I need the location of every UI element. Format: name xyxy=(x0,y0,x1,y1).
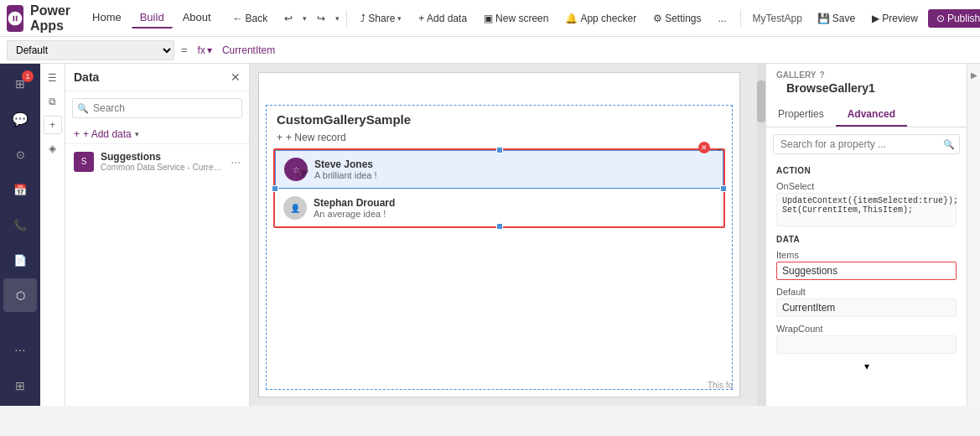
back-icon: ← xyxy=(233,13,243,24)
add-data-button-panel[interactable]: + + Add data ▾ xyxy=(65,125,249,143)
gallery-item-1[interactable]: ☆ Steve Jones A brilliant idea ! ☞ xyxy=(275,150,723,189)
insert-icon[interactable]: + xyxy=(44,116,62,134)
top-nav-right: ← Back ↩ ▾ ↪ ▾ ⤴ Share ▾ + Add data ▣ Ne… xyxy=(226,9,980,28)
app-checker-button[interactable]: 🔔 App checker xyxy=(558,10,643,27)
sidebar-item-apps[interactable]: ⊞ xyxy=(3,369,37,402)
item-info-2: Stephan Drouard An average idea ! xyxy=(314,197,395,219)
data-item-more-button[interactable]: ··· xyxy=(231,155,241,169)
chevron-down-icon: ▾ xyxy=(864,361,869,372)
canvas-scrollbar[interactable] xyxy=(757,64,765,406)
calls-icon: 📞 xyxy=(13,219,27,231)
share-icon: ⤴ xyxy=(360,13,366,24)
tab-properties[interactable]: Properties xyxy=(766,103,836,127)
panel-expand-arrow[interactable]: ▾ xyxy=(766,357,967,376)
layers-icon[interactable]: ⧉ xyxy=(44,92,62,111)
prop-wrapcount-value[interactable] xyxy=(776,335,957,354)
prop-onselect-label: OnSelect xyxy=(776,181,957,191)
add-data-button[interactable]: + Add data xyxy=(412,10,474,27)
main-layout: ⊞ 1 💬 ⊙ 📅 📞 📄 ⬡ ··· ⊞ ☰ ⧉ + xyxy=(0,64,980,406)
resize-handle-right[interactable] xyxy=(720,185,727,192)
section-data: DATA xyxy=(766,230,967,247)
prop-onselect-value[interactable]: UpdateContext({itemSelected:true}); Set(… xyxy=(776,193,957,226)
fx-text: fx xyxy=(198,44,205,56)
power-apps-sidebar-icon: ⬡ xyxy=(16,289,25,302)
redo-button[interactable]: ↪ xyxy=(310,10,332,27)
add-data-chevron[interactable]: ▾ xyxy=(135,130,139,138)
sidebar-item-activity[interactable]: ⊞ 1 xyxy=(3,67,37,101)
sidebar-item-teams[interactable]: ⊙ xyxy=(3,138,37,171)
data-item-suggestions[interactable]: S Suggestions Common Data Service - Curr… xyxy=(65,143,249,179)
sidebar-item-more[interactable]: ··· xyxy=(3,334,37,367)
save-button[interactable]: 💾 Save xyxy=(811,10,862,27)
back-button[interactable]: ← Back xyxy=(226,10,275,27)
data-item-sub: Common Data Service - Current enviro... xyxy=(101,163,224,172)
data-panel-close-button[interactable]: ✕ xyxy=(231,70,241,84)
fx-label[interactable]: fx ▾ xyxy=(194,44,215,56)
canvas-footer: This fo xyxy=(708,381,733,390)
share-button[interactable]: ⤴ Share ▾ xyxy=(354,10,408,27)
nav-build[interactable]: Build xyxy=(132,8,173,29)
resize-handle-left[interactable] xyxy=(272,185,278,192)
formula-bar: Default = fx ▾ xyxy=(0,37,980,64)
undo-chevron[interactable]: ▾ xyxy=(303,14,307,23)
panel-search-input[interactable] xyxy=(773,134,960,154)
prop-default-value[interactable]: CurrentItem xyxy=(776,298,957,317)
components-icon[interactable]: ◈ xyxy=(44,139,62,158)
publish-button[interactable]: ⊙ Publish to Teams xyxy=(928,9,980,28)
files-icon: 📄 xyxy=(13,254,27,267)
teams-icon: ⊙ xyxy=(936,13,945,24)
nav-home[interactable]: Home xyxy=(84,8,130,29)
item-name-1: Steve Jones xyxy=(314,158,377,170)
right-expand-button[interactable]: ▶ xyxy=(967,64,980,406)
app-logo xyxy=(7,5,23,32)
new-record-plus: + xyxy=(277,132,283,143)
close-button[interactable]: ✕ xyxy=(698,142,710,153)
item-name-2: Stephan Drouard xyxy=(314,197,395,209)
sidebar-item-power-apps[interactable]: ⬡ xyxy=(3,278,37,312)
panel-tabs: Properties Advanced xyxy=(766,103,967,127)
avatar-icon-2: 👤 xyxy=(290,204,300,213)
chat-icon: 💬 xyxy=(12,112,29,127)
prop-items-value[interactable]: Suggestions xyxy=(776,262,957,280)
settings-button[interactable]: ⚙ Settings xyxy=(646,10,708,27)
panel-search: 🔍 xyxy=(773,134,960,154)
sidebar-item-chat[interactable]: 💬 xyxy=(3,102,37,136)
sidebar-item-files[interactable]: 📄 xyxy=(3,243,37,277)
nav-about[interactable]: About xyxy=(174,8,220,29)
undo-button[interactable]: ↩ xyxy=(277,10,299,27)
formula-input[interactable] xyxy=(219,43,973,58)
resize-handle-bottom[interactable] xyxy=(496,223,503,230)
secondary-sidebar: ☰ ⧉ + ◈ xyxy=(40,64,65,406)
item-desc-1: A brilliant idea ! xyxy=(314,170,377,180)
new-record-row[interactable]: + + New record xyxy=(267,130,732,145)
gallery-item-2[interactable]: 👤 Stephan Drouard An average idea ! xyxy=(275,189,723,226)
new-screen-button[interactable]: ▣ New screen xyxy=(477,10,555,27)
resize-handle-top[interactable] xyxy=(496,147,503,153)
data-item-icon: S xyxy=(74,152,94,172)
gallery-title: CustomGallerySample xyxy=(267,106,732,130)
formula-property-select[interactable]: Default xyxy=(7,40,174,60)
share-chevron[interactable]: ▾ xyxy=(397,14,402,23)
app-name-label: Power Apps xyxy=(30,3,70,34)
canvas-scrollbar-thumb[interactable] xyxy=(757,80,765,122)
prop-wrapcount-label: WrapCount xyxy=(776,324,957,334)
panel-search-icon: 🔍 xyxy=(943,139,955,150)
sidebar-item-calendar[interactable]: 📅 xyxy=(3,173,37,206)
right-panel-header: GALLERY ? BrowseGallery1 xyxy=(766,64,967,103)
settings-icon: ⚙ xyxy=(653,13,662,24)
left-sidebar: ⊞ 1 💬 ⊙ 📅 📞 📄 ⬡ ··· ⊞ xyxy=(0,64,40,406)
data-search-input[interactable] xyxy=(72,98,242,118)
avatar-1: ☆ xyxy=(284,158,308,181)
preview-button[interactable]: ▶ Preview xyxy=(865,10,925,27)
expand-icon[interactable]: ⌄ xyxy=(715,142,723,153)
fx-chevron[interactable]: ▾ xyxy=(207,44,212,56)
redo-chevron[interactable]: ▾ xyxy=(335,14,340,23)
more-button[interactable]: ... xyxy=(711,10,733,27)
sidebar-item-calls[interactable]: 📞 xyxy=(3,208,37,241)
nav-icon[interactable]: ☰ xyxy=(44,69,62,87)
section-action: ACTION xyxy=(766,161,967,178)
activity-badge: 1 xyxy=(22,70,34,82)
tab-advanced[interactable]: Advanced xyxy=(836,103,907,127)
gallery-help-icon[interactable]: ? xyxy=(819,70,824,80)
top-nav: Power Apps Home Build About ← Back ↩ ▾ ↪… xyxy=(0,0,980,37)
